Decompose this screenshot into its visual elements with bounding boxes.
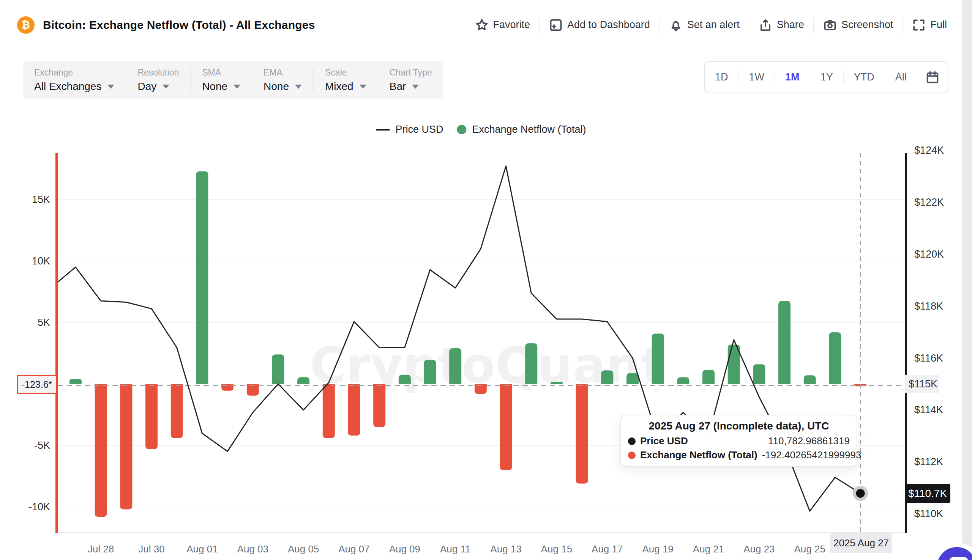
tooltip-row-netflow: Exchange Netflow (Total) -192.4026542199… [628, 449, 850, 461]
tooltip-label: Exchange Netflow (Total) [640, 449, 758, 461]
netflow-bar[interactable] [804, 375, 816, 384]
netflow-bar[interactable] [525, 343, 537, 384]
tooltip-value: -192.40265421999993 [762, 449, 862, 461]
netflow-bar[interactable] [196, 171, 208, 384]
left-axis-tick: -10K [28, 501, 50, 513]
left-axis-tick: -5K [34, 440, 50, 451]
x-axis-tick: Aug 13 [490, 543, 521, 555]
right-axis-tick: $114K [914, 404, 943, 415]
netflow-bar[interactable] [449, 348, 461, 384]
right-axis-tick: $112K [914, 456, 943, 467]
netflow-bar[interactable] [424, 360, 436, 384]
x-axis-tick: Aug 21 [693, 543, 724, 555]
netflow-bar[interactable] [652, 333, 664, 384]
right-axis-tick: $110K [914, 508, 943, 519]
right-axis-tick: $116K [914, 352, 943, 364]
netflow-bar[interactable] [171, 384, 183, 438]
netflow-bar[interactable] [399, 375, 411, 384]
right-axis-tick: $124K [914, 145, 944, 156]
netflow-bar[interactable] [145, 384, 157, 449]
crosshair-date-tag: 2025 Aug 27 [830, 533, 892, 553]
netflow-price-chart[interactable]: 15K10K5K-5K-10K$124K$122K$120K$118K$116K… [0, 0, 972, 560]
netflow-bar[interactable] [120, 384, 132, 509]
netflow-bar[interactable] [702, 370, 715, 384]
x-axis-tick: Aug 25 [794, 543, 825, 555]
price-dot-icon [628, 437, 636, 445]
left-axis-tick: 5K [38, 317, 50, 328]
tooltip-row-price: Price USD 110,782.96861319 [628, 435, 850, 447]
x-axis-tick: Aug 23 [743, 543, 775, 555]
right-axis-tick: $118K [914, 300, 943, 312]
left-axis-tick: 15K [32, 194, 50, 205]
netflow-bar[interactable] [576, 384, 588, 483]
chat-icon [949, 557, 968, 560]
x-axis-tick: Aug 17 [591, 543, 623, 555]
netflow-bar[interactable] [272, 354, 284, 384]
chart-tooltip: 2025 Aug 27 (Incomplete data), UTC Price… [620, 415, 857, 467]
x-axis-tick: Aug 09 [389, 543, 420, 555]
netflow-bar[interactable] [551, 382, 563, 384]
x-axis-tick: Aug 11 [440, 543, 471, 555]
tooltip-title: 2025 Aug 27 (Incomplete data), UTC [628, 420, 850, 432]
x-axis-tick: Aug 01 [186, 543, 217, 555]
left-axis-spine [55, 153, 58, 533]
netflow-current-value-tag: -123.6* [17, 375, 57, 394]
netflow-bar[interactable] [70, 379, 82, 384]
netflow-bar[interactable] [373, 384, 386, 427]
netflow-dot-icon [628, 452, 636, 459]
x-axis-tick: Aug 07 [338, 543, 369, 555]
netflow-bar[interactable] [829, 332, 841, 384]
netflow-bar[interactable] [677, 377, 689, 384]
netflow-bar[interactable] [753, 364, 765, 384]
netflow-bar[interactable] [348, 384, 360, 435]
netflow-bar[interactable] [778, 301, 790, 384]
netflow-bar[interactable] [95, 384, 107, 517]
x-axis-tick: Jul 30 [138, 543, 164, 555]
netflow-bar[interactable] [601, 370, 613, 384]
tooltip-value: 110,782.96861319 [768, 435, 850, 447]
netflow-bar[interactable] [221, 384, 234, 391]
right-axis-tick: $122K [914, 197, 944, 208]
x-axis-tick: Aug 05 [288, 543, 319, 555]
right-axis-spine [905, 153, 907, 533]
right-axis-tick: $120K [914, 248, 944, 260]
x-axis-tick: Jul 28 [88, 543, 114, 555]
x-axis-tick: Aug 15 [541, 543, 572, 555]
x-axis-tick: Aug 03 [237, 543, 269, 555]
netflow-bar[interactable] [297, 377, 309, 384]
tooltip-label: Price USD [640, 435, 688, 447]
netflow-bar[interactable] [626, 373, 639, 384]
crosshair-marker-dot [856, 489, 865, 498]
left-axis-tick: 10K [32, 255, 50, 267]
price-at-netflow-line-tag: $115K [905, 375, 939, 393]
netflow-bar[interactable] [500, 384, 512, 470]
price-current-value-tag: $110.7K [905, 484, 950, 503]
x-axis-tick: Aug 19 [642, 543, 673, 555]
page-scrollbar-track[interactable] [962, 0, 972, 560]
netflow-bar[interactable] [323, 384, 335, 438]
